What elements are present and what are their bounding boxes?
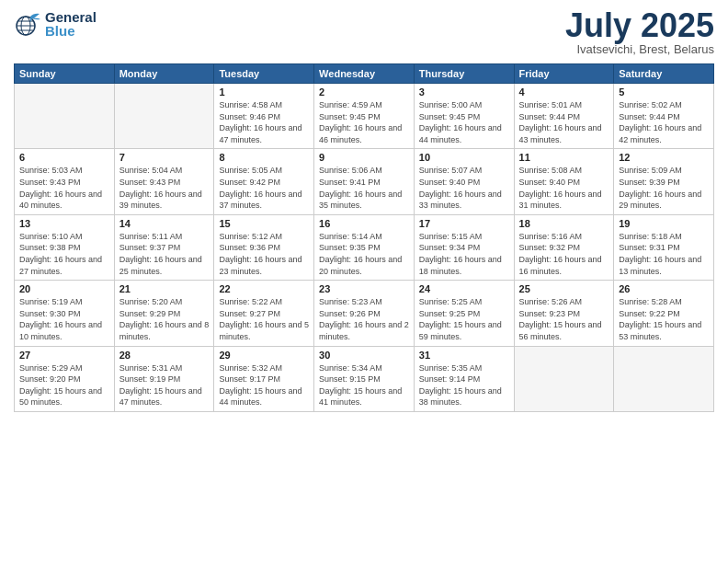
day-number: 28	[119, 350, 210, 361]
day-info: Sunrise: 5:00 AM Sunset: 9:45 PM Dayligh…	[419, 99, 509, 145]
logo-icon	[14, 9, 43, 39]
day-number: 23	[319, 283, 409, 294]
sunset-text: Sunset: 9:40 PM	[419, 178, 481, 187]
daylight-text: Daylight: 16 hours and 13 minutes.	[619, 255, 701, 276]
sunrise-text: Sunrise: 4:59 AM	[319, 100, 382, 109]
day-info: Sunrise: 5:15 AM Sunset: 9:34 PM Dayligh…	[419, 231, 509, 277]
day-number: 19	[619, 218, 709, 229]
day-number: 8	[219, 152, 309, 163]
day-number: 22	[219, 283, 309, 294]
calendar-cell: 22 Sunrise: 5:22 AM Sunset: 9:27 PM Dayl…	[214, 281, 314, 346]
daylight-text: Daylight: 16 hours and 25 minutes.	[119, 255, 202, 276]
daylight-text: Daylight: 16 hours and 44 minutes.	[419, 123, 502, 144]
daylight-text: Daylight: 16 hours and 46 minutes.	[319, 123, 402, 144]
day-number: 2	[319, 86, 409, 98]
sunrise-text: Sunrise: 5:32 AM	[219, 363, 282, 373]
day-number: 25	[519, 283, 609, 294]
calendar-cell: 18 Sunrise: 5:16 AM Sunset: 9:32 PM Dayl…	[514, 214, 614, 280]
sunset-text: Sunset: 9:43 PM	[119, 178, 181, 187]
sunrise-text: Sunrise: 5:09 AM	[619, 166, 682, 175]
day-info: Sunrise: 5:22 AM Sunset: 9:27 PM Dayligh…	[219, 296, 309, 342]
calendar-week-row: 6 Sunrise: 5:03 AM Sunset: 9:43 PM Dayli…	[15, 149, 714, 214]
sunrise-text: Sunrise: 5:34 AM	[319, 363, 382, 373]
day-info: Sunrise: 5:06 AM Sunset: 9:41 PM Dayligh…	[319, 165, 409, 211]
daylight-text: Daylight: 16 hours and 16 minutes.	[519, 255, 602, 276]
daylight-text: Daylight: 16 hours and 27 minutes.	[19, 255, 102, 276]
day-number: 13	[19, 218, 109, 229]
day-number: 6	[19, 152, 109, 163]
daylight-text: Daylight: 15 hours and 50 minutes.	[19, 386, 102, 408]
calendar-cell: 19 Sunrise: 5:18 AM Sunset: 9:31 PM Dayl…	[614, 214, 714, 280]
day-info: Sunrise: 5:01 AM Sunset: 9:44 PM Dayligh…	[519, 99, 609, 145]
sunrise-text: Sunrise: 5:31 AM	[119, 363, 183, 373]
day-info: Sunrise: 5:07 AM Sunset: 9:40 PM Dayligh…	[419, 165, 509, 211]
calendar-cell: 7 Sunrise: 5:04 AM Sunset: 9:43 PM Dayli…	[114, 149, 214, 214]
sunrise-text: Sunrise: 5:26 AM	[519, 297, 583, 306]
sunset-text: Sunset: 9:23 PM	[519, 309, 581, 318]
day-number: 31	[419, 350, 509, 361]
sunrise-text: Sunrise: 5:02 AM	[619, 100, 682, 109]
day-number: 9	[319, 152, 409, 163]
daylight-text: Daylight: 16 hours and 29 minutes.	[619, 190, 701, 211]
daylight-text: Daylight: 16 hours and 10 minutes.	[19, 320, 102, 341]
sunset-text: Sunset: 9:32 PM	[519, 243, 581, 252]
sunset-text: Sunset: 9:36 PM	[219, 243, 280, 252]
daylight-text: Daylight: 15 hours and 38 minutes.	[419, 386, 502, 408]
sunset-text: Sunset: 9:44 PM	[619, 112, 680, 121]
logo-general-text: General	[45, 10, 97, 24]
day-number: 16	[319, 218, 409, 229]
day-of-week-header: Wednesday	[314, 64, 415, 84]
daylight-text: Daylight: 16 hours and 8 minutes.	[119, 320, 210, 341]
sunset-text: Sunset: 9:15 PM	[319, 374, 381, 384]
day-info: Sunrise: 5:31 AM Sunset: 9:19 PM Dayligh…	[119, 362, 210, 408]
daylight-text: Daylight: 15 hours and 56 minutes.	[519, 320, 602, 341]
calendar-week-row: 1 Sunrise: 4:58 AM Sunset: 9:46 PM Dayli…	[15, 84, 714, 149]
sunrise-text: Sunrise: 5:29 AM	[19, 363, 83, 373]
calendar-cell: 27 Sunrise: 5:29 AM Sunset: 9:20 PM Dayl…	[15, 346, 115, 411]
sunset-text: Sunset: 9:43 PM	[19, 178, 81, 187]
daylight-text: Daylight: 16 hours and 35 minutes.	[319, 190, 402, 211]
day-info: Sunrise: 5:10 AM Sunset: 9:38 PM Dayligh…	[19, 231, 109, 277]
day-info: Sunrise: 5:26 AM Sunset: 9:23 PM Dayligh…	[519, 296, 609, 342]
calendar-cell	[614, 346, 714, 411]
calendar-cell: 5 Sunrise: 5:02 AM Sunset: 9:44 PM Dayli…	[614, 84, 714, 149]
sunrise-text: Sunrise: 5:08 AM	[519, 166, 583, 175]
day-of-week-header: Saturday	[614, 64, 714, 84]
location-subtitle: Ivatsevichi, Brest, Belarus	[565, 42, 714, 56]
day-info: Sunrise: 5:25 AM Sunset: 9:25 PM Dayligh…	[419, 296, 509, 342]
calendar-cell: 28 Sunrise: 5:31 AM Sunset: 9:19 PM Dayl…	[114, 346, 214, 411]
calendar-cell	[514, 346, 614, 411]
calendar-cell: 11 Sunrise: 5:08 AM Sunset: 9:40 PM Dayl…	[514, 149, 614, 214]
logo: General Blue	[14, 9, 97, 39]
day-number: 10	[419, 152, 509, 163]
sunset-text: Sunset: 9:34 PM	[419, 243, 481, 252]
sunset-text: Sunset: 9:44 PM	[519, 112, 581, 121]
sunset-text: Sunset: 9:14 PM	[419, 374, 481, 384]
sunrise-text: Sunrise: 5:12 AM	[219, 232, 282, 241]
calendar-cell: 3 Sunrise: 5:00 AM Sunset: 9:45 PM Dayli…	[414, 84, 514, 149]
day-number: 4	[519, 86, 609, 98]
sunset-text: Sunset: 9:20 PM	[19, 374, 81, 384]
sunset-text: Sunset: 9:19 PM	[119, 374, 181, 384]
sunset-text: Sunset: 9:35 PM	[319, 243, 381, 252]
sunset-text: Sunset: 9:30 PM	[19, 309, 81, 318]
sunset-text: Sunset: 9:41 PM	[319, 178, 381, 187]
day-info: Sunrise: 5:16 AM Sunset: 9:32 PM Dayligh…	[519, 231, 609, 277]
day-info: Sunrise: 5:29 AM Sunset: 9:20 PM Dayligh…	[19, 362, 109, 408]
day-info: Sunrise: 5:03 AM Sunset: 9:43 PM Dayligh…	[19, 165, 109, 211]
sunrise-text: Sunrise: 5:15 AM	[419, 232, 483, 241]
day-number: 21	[119, 283, 210, 294]
sunrise-text: Sunrise: 4:58 AM	[219, 100, 282, 109]
sunset-text: Sunset: 9:25 PM	[419, 309, 481, 318]
daylight-text: Daylight: 15 hours and 47 minutes.	[119, 386, 202, 408]
sunrise-text: Sunrise: 5:23 AM	[319, 297, 382, 306]
calendar-cell: 25 Sunrise: 5:26 AM Sunset: 9:23 PM Dayl…	[514, 281, 614, 346]
day-info: Sunrise: 5:08 AM Sunset: 9:40 PM Dayligh…	[519, 165, 609, 211]
sunrise-text: Sunrise: 5:28 AM	[619, 297, 682, 306]
day-info: Sunrise: 5:19 AM Sunset: 9:30 PM Dayligh…	[19, 296, 109, 342]
logo-name: General Blue	[45, 10, 97, 38]
daylight-text: Daylight: 16 hours and 37 minutes.	[219, 190, 301, 211]
day-number: 17	[419, 218, 509, 229]
day-number: 20	[19, 283, 109, 294]
day-number: 7	[119, 152, 210, 163]
